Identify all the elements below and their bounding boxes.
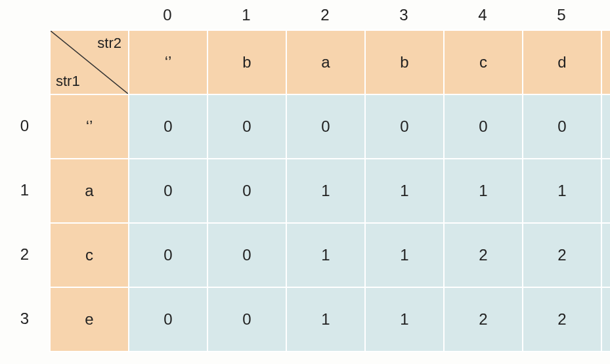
row-index: 1 [0,158,49,222]
cell: 0 [523,94,601,159]
cell: 1 [286,287,365,352]
col-header: a [286,30,365,94]
row-header: c [50,223,129,287]
cell: 0 [601,94,610,159]
cell: 0 [444,94,523,159]
col-index: 2 [286,0,364,30]
row-header: a [50,159,129,223]
col-index: 5 [522,0,601,30]
cell: 1 [365,159,444,223]
row-index: 2 [0,222,49,287]
row-header: e [50,287,129,352]
col-header: e [601,30,610,94]
cell: 1 [523,159,601,223]
row-index: 0 [0,94,49,158]
col-header: b [365,30,444,94]
table-row: c 0 0 1 1 2 2 2 [50,223,610,287]
col-header: d [523,30,601,94]
cell: 2 [444,287,523,352]
cell: 1 [601,159,610,223]
cell: 0 [207,287,286,352]
cell: 0 [129,287,207,352]
dp-table-diagram: 0 1 2 3 4 5 6 0 1 2 3 str2 str1 ‘’ b a b… [0,0,610,364]
cell: 0 [129,94,207,159]
col-index: 1 [207,0,286,30]
corner-label-top: str2 [97,35,121,52]
col-index: 0 [128,0,207,30]
row-header: ‘’ [50,94,129,159]
cell: 1 [365,287,444,352]
corner-cell: str2 str1 [50,30,129,94]
cell: 1 [444,159,523,223]
cell: 1 [286,159,365,223]
col-header: ‘’ [129,30,207,94]
cell: 2 [444,223,523,287]
corner-label-bottom: str1 [56,73,80,90]
col-header: c [444,30,523,94]
row-index-column: 0 1 2 3 [0,94,49,351]
table-row: ‘’ 0 0 0 0 0 0 0 [50,94,610,159]
col-index: 4 [443,0,522,30]
cell: 0 [365,94,444,159]
cell: 3 [601,287,610,352]
cell: 0 [207,223,286,287]
cell: 2 [523,223,601,287]
cell: 2 [601,223,610,287]
col-index: 6 [601,0,610,30]
table-row: e 0 0 1 1 2 2 3 [50,287,610,352]
table-row: a 0 0 1 1 1 1 1 [50,159,610,223]
cell: 0 [207,159,286,223]
col-index: 3 [364,0,443,30]
column-index-row: 0 1 2 3 4 5 6 [128,0,610,30]
cell: 1 [286,223,365,287]
col-header: b [207,30,286,94]
cell: 1 [365,223,444,287]
cell: 2 [523,287,601,352]
cell: 0 [286,94,365,159]
cell: 0 [129,159,207,223]
header-row: str2 str1 ‘’ b a b c d e [50,30,610,94]
row-index: 3 [0,287,49,351]
cell: 0 [129,223,207,287]
dp-table: str2 str1 ‘’ b a b c d e ‘’ 0 0 0 0 0 0 … [49,30,610,352]
cell: 0 [207,94,286,159]
